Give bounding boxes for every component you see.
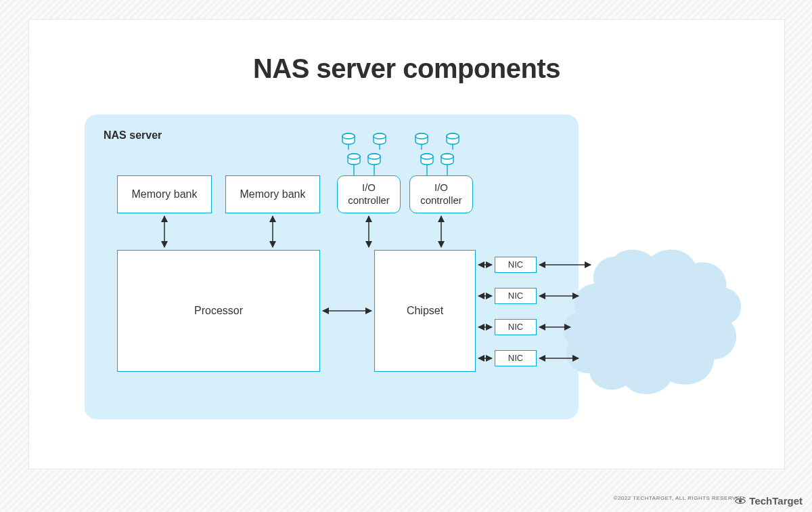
nic-3-box: NIC: [495, 319, 537, 335]
io-controller-2-label: I/Ocontroller: [420, 182, 462, 207]
network-label: Network: [645, 303, 687, 316]
eye-icon: [734, 496, 746, 506]
nic-4-box: NIC: [495, 350, 537, 366]
copyright-text: ©2022 TECHTARGET, ALL RIGHTS RESERVED: [614, 495, 745, 501]
svg-point-37: [739, 499, 742, 503]
processor-box: Processor: [117, 250, 320, 372]
nas-server-label: NAS server: [104, 129, 162, 142]
diagram-frame: NAS server components NAS server Memory …: [28, 19, 785, 469]
chipset-box: Chipset: [374, 250, 476, 372]
svg-line-38: [736, 497, 738, 498]
diagram-title: NAS server components: [29, 54, 784, 84]
memory-bank-2-box: Memory bank: [225, 175, 320, 213]
io-controller-2-box: I/Ocontroller: [409, 175, 473, 213]
io-controller-1-box: I/Ocontroller: [337, 175, 401, 213]
nic-2-box: NIC: [495, 288, 537, 304]
brand-text: TechTarget: [749, 495, 803, 507]
nic-1-box: NIC: [495, 257, 537, 273]
network-cloud-icon: [563, 249, 741, 394]
svg-line-39: [744, 497, 746, 498]
memory-bank-1-box: Memory bank: [117, 175, 212, 213]
brand-logo: TechTarget: [734, 495, 803, 507]
io-controller-1-label: I/Ocontroller: [348, 182, 390, 207]
